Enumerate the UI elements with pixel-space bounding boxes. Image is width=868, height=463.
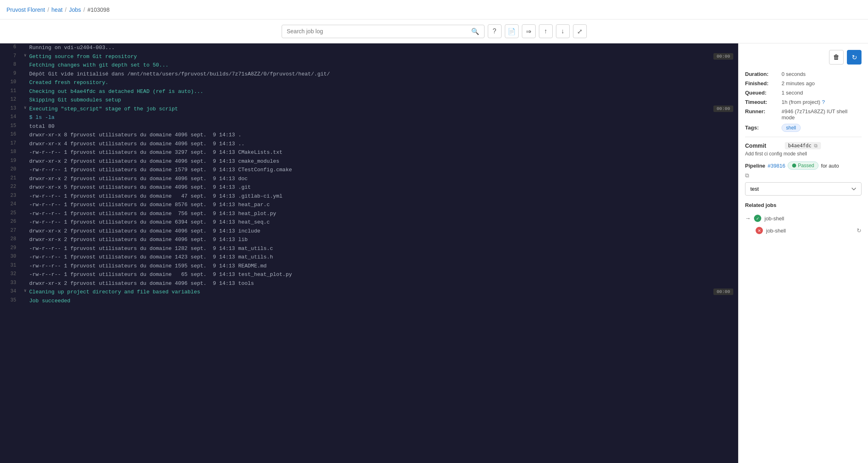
commit-section: Commit b4ae4fdc ⧉ Add first ci config mo… bbox=[745, 142, 862, 157]
line-number: 31 bbox=[0, 262, 21, 268]
line-number: 19 bbox=[0, 157, 21, 164]
log-text: drwxr-xr-x 2 fpruvost utilisateurs du do… bbox=[29, 236, 738, 244]
scroll-to-bottom-button[interactable]: ⇒ bbox=[522, 24, 536, 38]
duration-value: 0 seconds bbox=[782, 71, 806, 77]
log-line: 12Skipping Git submodules setup bbox=[0, 96, 738, 105]
retry-button[interactable]: ↻ bbox=[847, 50, 862, 65]
log-line: 27drwxr-xr-x 2 fpruvost utilisateurs du … bbox=[0, 227, 738, 236]
tags-row: Tags: shell bbox=[745, 124, 862, 132]
collapse-arrow[interactable]: ∨ bbox=[21, 53, 29, 58]
breadcrumb-jobs[interactable]: Jobs bbox=[69, 6, 81, 13]
retry-job-icon[interactable]: ↻ bbox=[857, 227, 862, 234]
line-number: 32 bbox=[0, 271, 21, 277]
log-line: 21drwxr-xr-x 2 fpruvost utilisateurs du … bbox=[0, 174, 738, 183]
log-line: 6Running on vdi-u2404-003... bbox=[0, 43, 738, 52]
fullscreen-button[interactable]: ⤢ bbox=[573, 24, 587, 38]
log-line: 34∨Cleaning up project directory and fil… bbox=[0, 288, 738, 297]
log-text: -rw-r--r-- 1 fpruvost utilisateurs du do… bbox=[29, 149, 738, 157]
log-text: -rw-r--r-- 1 fpruvost utilisateurs du do… bbox=[29, 245, 738, 253]
copy-commit-icon[interactable]: ⧉ bbox=[814, 143, 818, 149]
line-number: 11 bbox=[0, 88, 21, 94]
delete-button[interactable]: 🗑 bbox=[829, 50, 844, 65]
runner-value: #946 (7z71sA8ZZ) IUT shell mode bbox=[782, 108, 862, 121]
line-number: 12 bbox=[0, 96, 21, 102]
current-job-arrow: → bbox=[745, 215, 751, 222]
search-input[interactable] bbox=[287, 28, 468, 34]
log-line: 31-rw-r--r-- 1 fpruvost utilisateurs du … bbox=[0, 262, 738, 271]
line-number: 16 bbox=[0, 131, 21, 137]
timestamp: 00:00 bbox=[713, 289, 733, 295]
log-line: 35Job succeeded bbox=[0, 297, 738, 306]
log-text: drwxr-xr-x 4 fpruvost utilisateurs du do… bbox=[29, 140, 738, 148]
log-text: drwxr-xr-x 2 fpruvost utilisateurs du do… bbox=[29, 175, 738, 183]
log-text: drwxr-xr-x 2 fpruvost utilisateurs du do… bbox=[29, 227, 738, 235]
finished-value: 2 minutes ago bbox=[782, 80, 815, 86]
log-text: Checking out b4ae4fdc as detached HEAD (… bbox=[29, 88, 738, 96]
log-line: 7∨Getting source from Git repository00:0… bbox=[0, 52, 738, 61]
pipeline-row: Pipeline #39816 Passed for auto bbox=[745, 162, 862, 170]
log-line: 22drwxr-xr-x 5 fpruvost utilisateurs du … bbox=[0, 183, 738, 192]
sidebar-actions: 🗑 ↻ bbox=[745, 50, 862, 65]
line-number: 18 bbox=[0, 149, 21, 155]
log-line: 20-rw-r--r-- 1 fpruvost utilisateurs du … bbox=[0, 166, 738, 174]
line-number: 33 bbox=[0, 280, 21, 286]
line-number: 29 bbox=[0, 245, 21, 251]
log-text: -rw-r--r-- 1 fpruvost utilisateurs du do… bbox=[29, 218, 738, 226]
log-line: 28drwxr-xr-x 2 fpruvost utilisateurs du … bbox=[0, 235, 738, 244]
log-text: -rw-r--r-- 1 fpruvost utilisateurs du do… bbox=[29, 201, 738, 209]
scroll-down-button[interactable]: ↓ bbox=[556, 24, 570, 38]
job-name: job-shell bbox=[765, 215, 784, 222]
related-job-item[interactable]: → ✓ job-shell bbox=[745, 212, 862, 224]
log-text: Running on vdi-u2404-003... bbox=[29, 44, 738, 52]
queued-label: Queued: bbox=[745, 90, 782, 96]
breadcrumb-user[interactable]: Pruvost Florent bbox=[6, 6, 45, 13]
duration-row: Duration: 0 seconds bbox=[745, 71, 862, 77]
log-text: -rw-r--r-- 1 fpruvost utilisateurs du do… bbox=[29, 166, 738, 174]
job-status-icon: ✕ bbox=[756, 227, 763, 234]
finished-row: Finished: 2 minutes ago bbox=[745, 80, 862, 86]
toolbar: 🔍 ? 📄 ⇒ ↑ ↓ ⤢ bbox=[0, 19, 868, 43]
collapse-arrow[interactable]: ∨ bbox=[21, 105, 29, 110]
commit-message: Add first ci config mode shell bbox=[745, 151, 862, 157]
commit-hash: b4ae4fdc ⧉ bbox=[785, 142, 821, 149]
job-name: job-shell bbox=[766, 228, 786, 234]
raw-log-button[interactable]: 📄 bbox=[505, 24, 519, 38]
log-line: 10Created fresh repository. bbox=[0, 78, 738, 87]
scroll-up-button[interactable]: ↑ bbox=[539, 24, 553, 38]
timeout-help-icon[interactable]: ? bbox=[822, 99, 825, 105]
log-line: 23-rw-r--r-- 1 fpruvost utilisateurs du … bbox=[0, 192, 738, 201]
copy-pipeline-icon[interactable]: ⧉ bbox=[745, 172, 749, 179]
breadcrumb-project[interactable]: heat bbox=[52, 6, 62, 13]
related-job-item[interactable]: ✕ job-shell ↻ bbox=[745, 224, 862, 237]
log-text: Created fresh repository. bbox=[29, 79, 738, 87]
duration-label: Duration: bbox=[745, 71, 782, 77]
collapse-arrow[interactable]: ∨ bbox=[21, 288, 29, 293]
log-text: total 80 bbox=[29, 123, 738, 131]
help-button[interactable]: ? bbox=[488, 24, 502, 38]
log-text: Getting source from Git repository bbox=[29, 53, 738, 61]
line-number: 30 bbox=[0, 253, 21, 259]
pipeline-link[interactable]: #39816 bbox=[768, 163, 785, 169]
tag-shell: shell bbox=[782, 124, 801, 132]
log-text: Fetching changes with git depth set to 5… bbox=[29, 61, 738, 69]
line-number: 35 bbox=[0, 297, 21, 303]
log-text: -rw-r--r-- 1 fpruvost utilisateurs du do… bbox=[29, 192, 738, 200]
queued-row: Queued: 1 second bbox=[745, 90, 862, 96]
log-text: drwxr-xr-x 2 fpruvost utilisateurs du do… bbox=[29, 280, 738, 288]
line-number: 14 bbox=[0, 114, 21, 120]
related-jobs-section: Related jobs → ✓ job-shell ✕ job-shell ↻ bbox=[745, 202, 862, 237]
line-number: 8 bbox=[0, 61, 21, 67]
passed-badge: Passed bbox=[788, 162, 818, 170]
divider-1 bbox=[745, 137, 862, 137]
line-number: 34 bbox=[0, 288, 21, 294]
log-text: -rw-r--r-- 1 fpruvost utilisateurs du do… bbox=[29, 271, 738, 279]
main-layout: 6Running on vdi-u2404-003...7∨Getting so… bbox=[0, 43, 868, 463]
log-line: 8Fetching changes with git depth set to … bbox=[0, 61, 738, 70]
commit-label: Commit bbox=[745, 142, 782, 149]
log-text: -rw-r--r-- 1 fpruvost utilisateurs du do… bbox=[29, 262, 738, 270]
log-text: Dépôt Git vide initialisé dans /mnt/nett… bbox=[29, 70, 738, 78]
pipeline-for: for auto bbox=[821, 163, 839, 169]
log-panel[interactable]: 6Running on vdi-u2404-003...7∨Getting so… bbox=[0, 43, 738, 463]
stage-dropdown[interactable]: testbuilddeploy bbox=[745, 182, 862, 196]
line-number: 22 bbox=[0, 183, 21, 190]
